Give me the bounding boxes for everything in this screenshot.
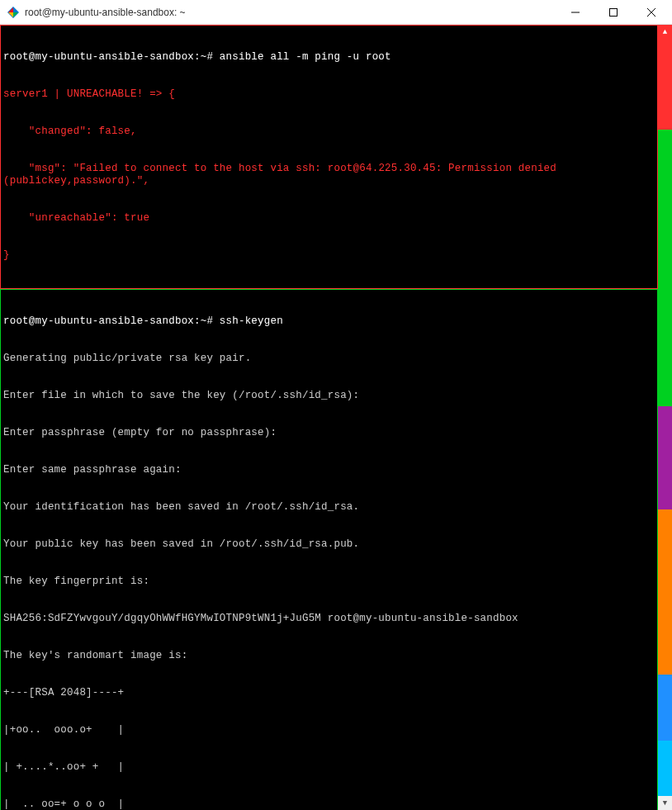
app-icon [7,6,20,19]
svg-marker-4 [13,12,18,17]
randomart-line: | .. oo=+ o o o | [3,798,655,810]
output-block-unreachable: root@my-ubuntu-ansible-sandbox:~# ansibl… [0,25,658,289]
prompt: root@my-ubuntu-ansible-sandbox:~# [3,51,213,63]
maximize-button[interactable] [594,1,632,24]
output-line: SHA256:SdFZYwvgouY/dgqyOhWWfHGYMwIOTNP9t… [3,613,655,625]
scroll-down-button[interactable]: ▼ [658,796,672,810]
randomart-line: |+oo.. ooo.o+ | [3,724,655,737]
scroll-stripe-blue [658,675,672,741]
scroll-up-button[interactable]: ▲ [658,25,672,39]
minimize-button[interactable] [556,1,594,24]
output-line: Enter same passphrase again: [3,464,655,476]
error-line: "changed": false, [3,126,655,138]
scroll-stripe-green [658,130,672,406]
window-title: root@my-ubuntu-ansible-sandbox: ~ [25,7,556,18]
scroll-stripe-red [658,39,672,130]
scroll-track[interactable] [658,39,672,796]
svg-marker-3 [8,7,13,12]
vertical-scrollbar[interactable]: ▲ ▼ [658,25,672,810]
command-text: ansible all -m ping -u root [220,51,391,63]
output-line: The key fingerprint is: [3,576,655,588]
randomart-line: | +....*..oo+ + | [3,761,655,774]
output-line: Your public key has been saved in /root/… [3,538,655,551]
window-titlebar: root@my-ubuntu-ansible-sandbox: ~ [0,0,672,25]
command-text: ssh-keygen [220,315,283,327]
scroll-stripe-purple [658,406,672,509]
output-block-sshkeygen: root@my-ubuntu-ansible-sandbox:~# ssh-ke… [0,289,658,810]
svg-marker-1 [13,7,18,12]
prompt: root@my-ubuntu-ansible-sandbox:~# [3,315,213,327]
scroll-stripe-cyan [658,741,672,796]
error-line: "unreachable": true [3,212,655,225]
output-line: Generating public/private rsa key pair. [3,353,655,365]
output-line: Enter passphrase (empty for no passphras… [3,427,655,439]
svg-rect-6 [610,8,618,16]
scroll-stripe-orange [658,509,672,675]
terminal[interactable]: root@my-ubuntu-ansible-sandbox:~# ansibl… [0,25,672,810]
error-line: server1 | UNREACHABLE! => { [3,88,655,101]
error-line: } [3,249,655,262]
svg-marker-2 [8,12,13,17]
close-button[interactable] [632,1,670,24]
error-line: "msg": "Failed to connect to the host vi… [3,163,655,187]
randomart-line: +---[RSA 2048]----+ [3,687,655,699]
output-line: Enter file in which to save the key (/ro… [3,390,655,402]
output-line: Your identification has been saved in /r… [3,501,655,514]
output-line: The key's randomart image is: [3,650,655,662]
